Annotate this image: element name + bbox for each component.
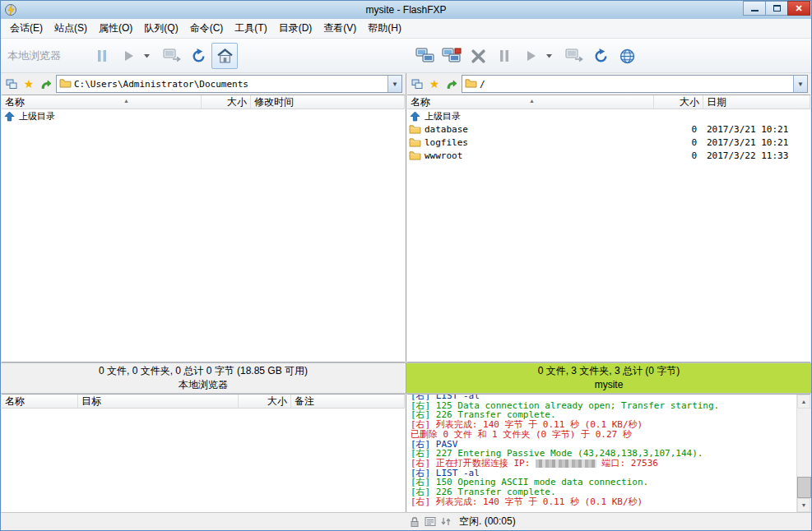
log-content[interactable]: [右] LIST -al[右] 125 Data connection alre… bbox=[407, 395, 796, 512]
view-switch-icon[interactable] bbox=[410, 76, 425, 91]
remote-transfer-queue-button[interactable] bbox=[561, 43, 587, 69]
local-status-summary: 0 文件, 0 文件夹, 0 总计 0 字节 (18.85 GB 可用) bbox=[99, 364, 308, 378]
pause-button[interactable] bbox=[89, 43, 115, 69]
menu-bar: 会话(E) 站点(S) 属性(O) 队列(Q) 命令(C) 工具(T) 目录(D… bbox=[1, 19, 811, 39]
disconnect-x-icon bbox=[471, 48, 486, 64]
refresh-icon bbox=[593, 48, 609, 64]
log-line: [右] 列表完成: 140 字节 于 0.11 秒 (0.1 KB/秒) bbox=[411, 497, 796, 507]
censored-ip bbox=[536, 459, 596, 468]
home-button[interactable] bbox=[211, 43, 238, 69]
folder-icon bbox=[409, 150, 421, 161]
remote-status-area: 0 文件, 3 文件夹, 3 总计 (0 字节) mysite bbox=[406, 362, 811, 394]
scroll-up-button[interactable]: ▲ bbox=[797, 395, 810, 409]
local-file-list[interactable]: 上级目录 bbox=[2, 109, 405, 362]
start-button[interactable] bbox=[115, 43, 142, 69]
queue-panel: 名称 目标 大小 备注 bbox=[2, 394, 405, 512]
remote-path-combobox[interactable]: ▼ bbox=[462, 75, 808, 93]
log-scrollbar[interactable]: ▲ ▼ bbox=[796, 395, 810, 512]
menu-queue[interactable]: 队列(Q) bbox=[138, 19, 183, 38]
home-icon bbox=[217, 48, 233, 63]
sort-asc-icon: ▲ bbox=[529, 98, 535, 104]
queue-column-size[interactable]: 大小 bbox=[239, 395, 291, 409]
menu-commands[interactable]: 命令(C) bbox=[184, 19, 230, 38]
file-row[interactable]: wwwroot 0 2017/3/22 11:33 bbox=[407, 149, 810, 162]
queue-column-target[interactable]: 目标 bbox=[78, 395, 239, 409]
chevron-down-icon bbox=[546, 54, 552, 58]
file-row[interactable]: database 0 2017/3/21 10:21 bbox=[407, 122, 810, 136]
flashfxp-window: mysite - FlashFXP ✕ 会话(E) 站点(S) 属性(O) 队列… bbox=[0, 0, 812, 531]
window-title: mysite - FlashFXP bbox=[1, 4, 811, 16]
menu-session[interactable]: 会话(E) bbox=[4, 19, 49, 38]
scroll-down-button[interactable]: ▼ bbox=[797, 498, 810, 512]
remote-address-bar: ★ ▼ bbox=[406, 73, 811, 95]
remote-start-dropdown-button[interactable] bbox=[544, 43, 554, 69]
file-name: 上级目录 bbox=[19, 110, 55, 122]
column-header-date[interactable]: 日期 bbox=[703, 95, 810, 109]
disconnect-button[interactable] bbox=[465, 43, 491, 69]
column-header-mtime[interactable]: 修改时间 bbox=[251, 95, 405, 109]
go-up-icon[interactable] bbox=[444, 76, 459, 91]
local-address-bar: ★ ▼ bbox=[1, 73, 406, 95]
file-date: 2017/3/22 11:33 bbox=[703, 150, 810, 161]
queue-status-icon bbox=[438, 515, 452, 529]
menu-view[interactable]: 查看(V) bbox=[318, 19, 362, 38]
remote-pause-button[interactable] bbox=[491, 43, 517, 69]
column-header-name[interactable]: 名称 ▲ bbox=[407, 95, 654, 109]
transfer-queue-button[interactable] bbox=[159, 43, 185, 69]
go-up-icon[interactable] bbox=[39, 76, 53, 91]
connect-icon bbox=[415, 48, 435, 64]
log-panel: [右] LIST -al[右] 125 Data connection alre… bbox=[407, 394, 810, 512]
quick-connect-button[interactable] bbox=[412, 43, 438, 69]
status-bar: 空闲. (00:05) bbox=[1, 512, 811, 530]
file-row[interactable]: logfiles 0 2017/3/21 10:21 bbox=[407, 136, 810, 149]
menu-help[interactable]: 帮助(H) bbox=[362, 19, 407, 38]
remote-file-list[interactable]: 上级目录 database 0 2017/3/21 10:21 logfiles… bbox=[407, 109, 810, 362]
local-browser-label: 本地浏览器 bbox=[7, 48, 61, 63]
start-dropdown-button[interactable] bbox=[142, 43, 152, 69]
up-dir-icon bbox=[3, 111, 16, 122]
queue-header: 名称 目标 大小 备注 bbox=[2, 395, 405, 409]
column-header-name[interactable]: 名称 ▲ bbox=[2, 95, 202, 109]
close-button[interactable]: ✕ bbox=[787, 1, 810, 16]
remote-path-dropdown[interactable]: ▼ bbox=[793, 76, 807, 92]
menu-directory[interactable]: 目录(D) bbox=[273, 19, 318, 38]
globe-icon bbox=[619, 48, 635, 64]
file-date: 2017/3/21 10:21 bbox=[703, 137, 810, 148]
minimize-button[interactable] bbox=[743, 1, 766, 16]
queue-list[interactable] bbox=[2, 409, 405, 512]
up-dir-icon bbox=[409, 111, 421, 122]
favorites-star-icon[interactable]: ★ bbox=[427, 76, 442, 91]
scroll-track[interactable] bbox=[797, 409, 810, 498]
menu-options[interactable]: 属性(O) bbox=[93, 19, 138, 38]
file-name: wwwroot bbox=[425, 150, 462, 161]
log-line: [右] 226 Transfer complete. bbox=[411, 487, 796, 497]
play-icon bbox=[525, 49, 537, 62]
favorites-star-icon[interactable]: ★ bbox=[21, 76, 36, 91]
remote-refresh-button[interactable] bbox=[587, 43, 614, 69]
queue-column-remark[interactable]: 备注 bbox=[291, 395, 405, 409]
column-header-size[interactable]: 大小 bbox=[202, 95, 251, 109]
connect-button[interactable] bbox=[438, 43, 465, 69]
file-row[interactable]: 上级目录 bbox=[2, 109, 405, 122]
chevron-down-icon bbox=[144, 54, 150, 58]
local-file-area: 名称 ▲ 大小 修改时间 上级目录 bbox=[2, 95, 405, 362]
refresh-button[interactable] bbox=[185, 43, 211, 69]
file-row[interactable]: 上级目录 bbox=[407, 109, 810, 122]
maximize-button[interactable] bbox=[765, 1, 788, 16]
local-path-combobox[interactable]: ▼ bbox=[56, 75, 402, 93]
status-message: 空闲. (00:05) bbox=[459, 515, 516, 529]
web-browser-button[interactable] bbox=[614, 43, 640, 69]
view-switch-icon[interactable] bbox=[4, 76, 19, 91]
menu-sites[interactable]: 站点(S) bbox=[49, 19, 93, 38]
column-header-size[interactable]: 大小 bbox=[654, 95, 703, 109]
play-icon bbox=[123, 49, 135, 62]
local-path-dropdown[interactable]: ▼ bbox=[387, 76, 401, 92]
file-size: 0 bbox=[654, 124, 703, 135]
remote-path-input[interactable] bbox=[477, 79, 793, 90]
local-path-input[interactable] bbox=[72, 79, 387, 90]
queue-column-name[interactable]: 名称 bbox=[2, 395, 78, 409]
remote-start-button[interactable] bbox=[517, 43, 544, 69]
scroll-thumb[interactable] bbox=[797, 477, 811, 498]
file-name: logfiles bbox=[425, 137, 468, 148]
menu-tools[interactable]: 工具(T) bbox=[229, 19, 272, 38]
